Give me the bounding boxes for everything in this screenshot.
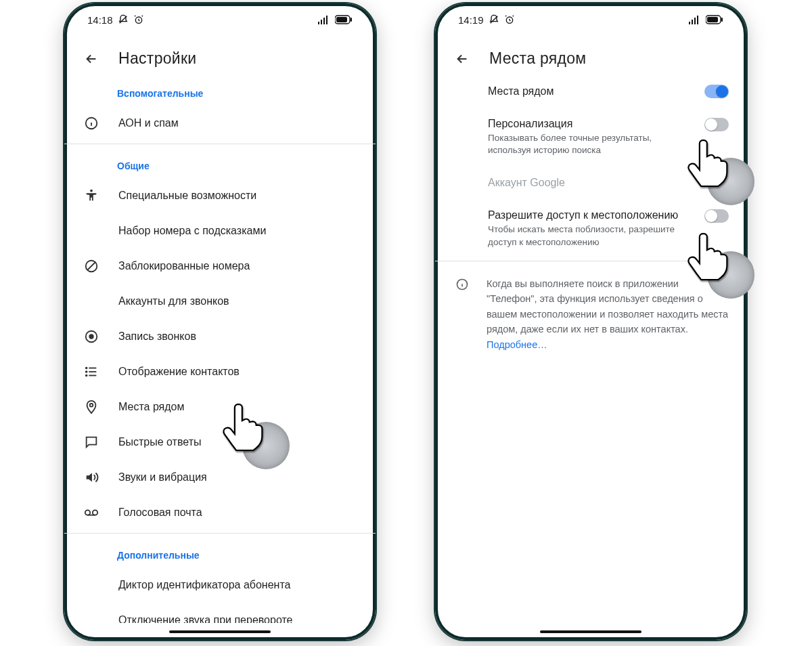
- svg-rect-8: [351, 18, 352, 22]
- row-caller-id-spam[interactable]: АОН и спам: [64, 106, 376, 141]
- svg-rect-29: [689, 22, 690, 24]
- row-blocked-numbers[interactable]: Заблокированные номера: [64, 249, 376, 284]
- row-label: Аккаунт Google: [488, 177, 729, 189]
- block-icon: [83, 258, 99, 274]
- volume-icon: [83, 469, 99, 486]
- row-accessibility[interactable]: Специальные возможности: [64, 178, 376, 213]
- svg-point-24: [85, 510, 90, 515]
- phone-frame-right: 14:19 Места рядом Места рядом: [435, 3, 746, 640]
- row-label: Отображение контактов: [118, 366, 358, 378]
- status-time: 14:19: [458, 14, 484, 26]
- back-button[interactable]: [454, 51, 470, 67]
- svg-line-14: [88, 263, 95, 270]
- row-flip-to-silence[interactable]: Отключение звука при перевороте: [64, 603, 376, 623]
- home-indicator[interactable]: [540, 630, 641, 633]
- svg-point-16: [89, 335, 93, 339]
- back-button[interactable]: [83, 51, 99, 67]
- row-calling-accounts[interactable]: Аккаунты для звонков: [64, 284, 376, 319]
- empty-icon: [83, 223, 99, 239]
- voicemail-icon: [83, 504, 99, 521]
- svg-point-20: [86, 368, 87, 369]
- svg-point-23: [90, 404, 93, 407]
- svg-rect-32: [697, 16, 698, 24]
- info-outline-icon: [454, 276, 470, 293]
- row-quick-responses[interactable]: Быстрые ответы: [64, 425, 376, 460]
- row-label: Запись звонков: [118, 330, 358, 343]
- status-time: 14:18: [87, 14, 113, 26]
- svg-point-22: [86, 375, 87, 376]
- record-icon: [83, 328, 99, 345]
- svg-rect-5: [326, 16, 328, 24]
- list-icon: [83, 364, 99, 380]
- message-icon: [83, 434, 99, 450]
- svg-point-12: [90, 190, 93, 192]
- info-text-container: Когда вы выполняете поиск в приложении "…: [487, 276, 729, 352]
- row-personalization[interactable]: Персонализация Показывать более точные р…: [435, 108, 746, 166]
- row-label: Набор номера с подсказками: [118, 225, 358, 237]
- row-nearby-places[interactable]: Места рядом: [64, 389, 376, 425]
- status-bar: 14:18: [64, 3, 376, 36]
- learn-more-link[interactable]: Подробнее…: [487, 339, 547, 350]
- row-label: Заблокированные номера: [118, 260, 358, 272]
- alarm-icon: [133, 14, 144, 25]
- row-subtitle: Показывать более точные результаты, испо…: [488, 132, 685, 156]
- row-label: Места рядом: [118, 401, 358, 413]
- dnd-icon: [118, 14, 129, 25]
- battery-icon: [706, 15, 723, 24]
- status-bar: 14:19: [435, 3, 746, 36]
- row-label: Звуки и вибрация: [118, 471, 358, 483]
- row-label: Специальные возможности: [118, 190, 358, 202]
- row-location-access[interactable]: Разрешите доступ к местоположению Чтобы …: [435, 200, 746, 257]
- info-text: Когда вы выполняете поиск в приложении "…: [487, 278, 728, 335]
- divider: [64, 144, 376, 144]
- row-label: Отключение звука при перевороте: [118, 614, 358, 623]
- svg-rect-35: [721, 18, 723, 22]
- svg-rect-31: [694, 18, 696, 24]
- page-title: Места рядом: [489, 49, 586, 68]
- phone-frame-left: 14:18 Настройки Вспомогательные: [64, 3, 376, 640]
- svg-rect-34: [707, 17, 718, 22]
- row-google-account: Аккаунт Google: [435, 166, 746, 200]
- svg-rect-4: [323, 18, 325, 24]
- location-access-toggle[interactable]: [704, 209, 729, 223]
- info-icon: [83, 115, 99, 131]
- section-label-assistive: Вспомогательные: [64, 74, 376, 106]
- row-display-contacts[interactable]: Отображение контактов: [64, 354, 376, 389]
- battery-icon: [335, 15, 353, 24]
- location-icon: [83, 399, 99, 415]
- row-label: Разрешите доступ к местоположению: [488, 209, 685, 221]
- svg-point-21: [86, 371, 87, 372]
- signal-icon: [318, 15, 330, 24]
- row-announce-caller[interactable]: Диктор идентификатора абонента: [64, 567, 376, 603]
- header: Места рядом: [435, 36, 746, 74]
- settings-scroll[interactable]: Вспомогательные АОН и спам Общие Специал…: [64, 74, 376, 623]
- row-voicemail[interactable]: Голосовая почта: [64, 495, 376, 530]
- row-label: Места рядом: [488, 85, 685, 98]
- row-nearby-toggle[interactable]: Места рядом: [435, 74, 746, 108]
- row-assisted-dialing[interactable]: Набор номера с подсказками: [64, 213, 376, 249]
- divider: [64, 533, 376, 534]
- row-sounds-vibration[interactable]: Звуки и вибрация: [64, 460, 376, 495]
- row-label: АОН и спам: [118, 117, 358, 129]
- row-subtitle: Чтобы искать места поблизости, разрешите…: [488, 223, 685, 248]
- row-label: Быстрые ответы: [118, 436, 358, 448]
- dnd-icon: [489, 14, 499, 25]
- row-call-recording[interactable]: Запись звонков: [64, 319, 376, 354]
- nearby-toggle[interactable]: [704, 85, 729, 98]
- empty-icon: [83, 577, 99, 593]
- accessibility-icon: [83, 188, 99, 204]
- section-label-general: Общие: [64, 147, 376, 178]
- info-block: Когда вы выполняете поиск в приложении "…: [435, 264, 746, 362]
- svg-rect-30: [692, 20, 693, 24]
- svg-rect-2: [318, 22, 319, 24]
- nearby-scroll[interactable]: Места рядом Персонализация Показывать бо…: [435, 74, 746, 623]
- svg-rect-3: [321, 20, 322, 24]
- home-indicator[interactable]: [169, 630, 271, 633]
- section-label-advanced: Дополнительные: [64, 536, 376, 567]
- personalization-toggle[interactable]: [704, 118, 729, 131]
- signal-icon: [689, 15, 701, 24]
- page-title: Настройки: [118, 49, 196, 68]
- row-label: Голосовая почта: [118, 507, 358, 519]
- header: Настройки: [64, 36, 376, 74]
- row-label: Диктор идентификатора абонента: [118, 579, 358, 591]
